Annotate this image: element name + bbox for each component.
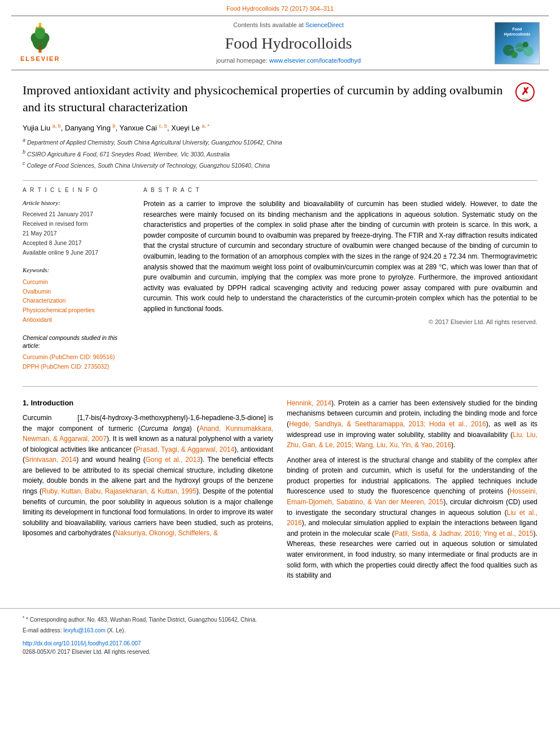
footnote-star-text: * * Corresponding author. No. 483, Wusha… (23, 614, 537, 624)
journal-homepage-line: journal homepage: www.elsevier.com/locat… (216, 56, 361, 65)
journal-citation-bar: Food Hydrocolloids 72 (2017) 304–311 (0, 0, 560, 15)
intro-paragraph-2: Hennink, 2014). Protein as a carrier has… (287, 398, 537, 451)
science-direct-line: Contents lists available at ScienceDirec… (233, 21, 344, 29)
crossmark-icon: ✗ CHat (515, 82, 535, 102)
keywords-block: Keywords: Curcumin Ovalbumin Characteriz… (23, 266, 130, 324)
separator-1 (23, 180, 537, 181)
affil-2: b CSIRO Agriculture & Food, 671 Sneydes … (23, 148, 504, 159)
author-3: Yanxue Cai c, b (120, 124, 167, 132)
intro-paragraph-3: Another area of interest is the structur… (287, 455, 537, 581)
keywords-label: Keywords: (23, 266, 130, 274)
page-wrapper: Food Hydrocolloids 72 (2017) 304–311 (0, 0, 560, 747)
keyword-4: Physicochemical properties (23, 305, 130, 315)
keyword-3: Characterization (23, 296, 130, 305)
intro-paragraph-1: Curcumin [1,7-bis(4-hydroxy-3-methoxyphe… (23, 413, 273, 539)
abstract-label: A B S T R A C T (143, 186, 537, 194)
compound-2: DPPH (PubChem CID: 2735032) (23, 362, 130, 372)
keyword-2: Ovalbumin (23, 287, 130, 296)
abstract-block: Protein as a carrier to improve the solu… (143, 199, 537, 326)
chemical-compounds-block: Chemical compounds studied in this artic… (23, 334, 130, 372)
cover-image-icon (500, 39, 534, 59)
author-email-link[interactable]: lexyfu@163.com (63, 627, 106, 634)
journal-title-center: Contents lists available at ScienceDirec… (94, 21, 483, 65)
svg-point-7 (38, 23, 42, 26)
issn-text: 0268-005X/© 2017 Elsevier Ltd. All right… (23, 648, 537, 656)
article-title-section: Improved antioxidant activity and physic… (23, 82, 537, 174)
body-section: 1. Introduction Curcumin [1,7-bis(4-hydr… (23, 398, 537, 586)
keyword-5: Antioxidant (23, 315, 130, 325)
article-content: Improved antioxidant activity and physic… (0, 71, 560, 596)
doi-link[interactable]: http://dx.doi.org/10.1016/j.foodhyd.2017… (23, 640, 141, 646)
article-footer: * * Corresponding author. No. 483, Wusha… (0, 608, 560, 662)
intro-section-title: 1. Introduction (23, 398, 273, 408)
affil-1: a Department of Applied Chemistry, South… (23, 137, 504, 147)
svg-point-11 (511, 51, 518, 58)
history-label: Article history: (23, 199, 130, 207)
author-4: Xueyi Le a, * (171, 124, 209, 132)
article-info-column: A R T I C L E I N F O Article history: R… (23, 186, 130, 381)
received-date: Received 21 January 2017 (23, 209, 130, 219)
authors-line: Yujia Liu a, b, Danyang Ying b, Yanxue C… (23, 123, 504, 134)
elsevier-logo: ELSEVIER (20, 23, 60, 63)
available-date: Available online 9 June 2017 (23, 248, 130, 257)
svg-point-12 (523, 42, 528, 47)
elsevier-branding: ELSEVIER (20, 21, 94, 65)
journal-name-heading: Food Hydrocolloids (225, 32, 352, 54)
body-two-columns: 1. Introduction Curcumin [1,7-bis(4-hydr… (23, 398, 537, 586)
author-1: Yujia Liu a, b (23, 124, 61, 132)
abstract-column: A B S T R A C T Protein as a carrier to … (143, 186, 537, 381)
info-abstract-columns: A R T I C L E I N F O Article history: R… (23, 186, 537, 381)
cover-title-text: FoodHydrocolloids (504, 27, 531, 37)
article-history-block: Article history: Received 21 January 201… (23, 199, 130, 257)
copyright-line: © 2017 Elsevier Ltd. All rights reserved… (143, 318, 537, 326)
keyword-1: Curcumin (23, 277, 130, 287)
revised-date: 21 May 2017 (23, 229, 130, 238)
footer-links-area: http://dx.doi.org/10.1016/j.foodhyd.2017… (23, 638, 537, 648)
received-revised-label: Received in revised form (23, 219, 130, 229)
article-info-label: A R T I C L E I N F O (23, 186, 130, 194)
svg-rect-5 (39, 46, 41, 50)
journal-cover-thumbnail: FoodHydrocolloids (495, 22, 540, 64)
abstract-text: Protein as a carrier to improve the solu… (143, 199, 537, 314)
sciencedirect-link[interactable]: ScienceDirect (305, 21, 344, 28)
separator-2 (23, 386, 537, 387)
journal-citation: Food Hydrocolloids 72 (2017) 304–311 (226, 5, 334, 12)
journal-cover-area: FoodHydrocolloids (483, 21, 540, 65)
article-title-text-area: Improved antioxidant activity and physic… (23, 82, 504, 174)
elsevier-text-label: ELSEVIER (20, 55, 60, 63)
compound-1: Curcumin (PubChem CID: 969516) (23, 352, 130, 362)
body-left-column: 1. Introduction Curcumin [1,7-bis(4-hydr… (23, 398, 273, 586)
body-right-column: Hennink, 2014). Protein as a carrier has… (287, 398, 537, 586)
accepted-date: Accepted 8 June 2017 (23, 238, 130, 248)
affiliations: a Department of Applied Chemistry, South… (23, 137, 504, 170)
journal-header: ELSEVIER Contents lists available at Sci… (11, 15, 549, 71)
email-footnote: E-mail address: lexyfu@163.com (X. Le). (23, 626, 537, 635)
journal-homepage-link[interactable]: www.elsevier.com/locate/foodhyd (269, 57, 361, 64)
affil-3: c College of Food Sciences, South China … (23, 160, 504, 170)
svg-text:✗: ✗ (521, 86, 530, 97)
crossmark-logo[interactable]: ✗ CHat (515, 82, 537, 104)
article-title: Improved antioxidant activity and physic… (23, 82, 504, 115)
svg-text:CHat: CHat (522, 98, 528, 101)
elsevier-tree-icon (23, 23, 57, 54)
chem-compounds-label: Chemical compounds studied in this artic… (23, 334, 130, 350)
author-2: Danyang Ying b (65, 124, 116, 132)
